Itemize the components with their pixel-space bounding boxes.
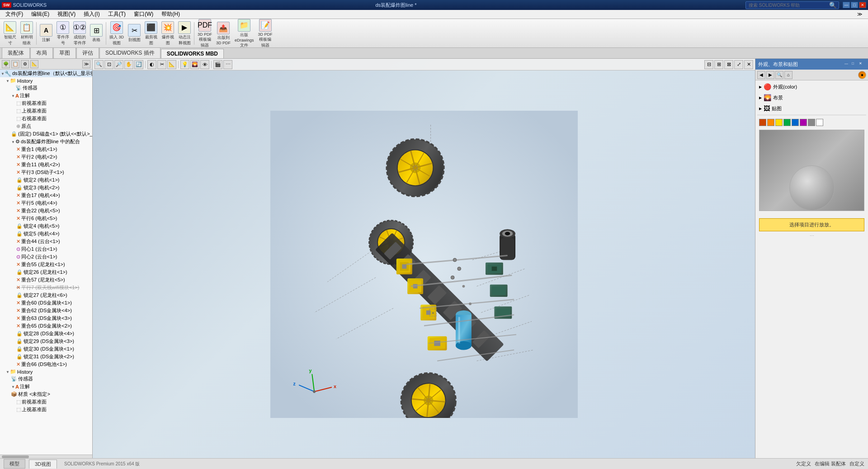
tab-assembly[interactable]: 装配体	[2, 47, 30, 58]
tree-mate-coincident55[interactable]: ✕ 重合55 (尼龙柱<1>)	[0, 261, 92, 268]
menu-insert[interactable]: 插入(I)	[80, 9, 103, 19]
tab-solidworks-plugins[interactable]: SOLIDWORKS 插件	[99, 47, 160, 58]
property-manager-btn[interactable]: 📋	[11, 60, 19, 68]
menu-file[interactable]: 文件(F)	[2, 9, 27, 19]
rp-home-btn[interactable]: ⌂	[784, 71, 793, 79]
tree-mate-lock30[interactable]: 🔒 锁定30 (DS金属块<1>)	[0, 345, 92, 353]
vp-apply-scene[interactable]: 🌄	[190, 60, 199, 69]
scene-item[interactable]: ▶ 🌄 布景	[757, 93, 866, 102]
color-swatch-yellow[interactable]	[775, 119, 783, 126]
tree-mate-lock28[interactable]: 🔒 锁定28 (DS金属块<4>)	[0, 330, 92, 338]
color-swatch-gray[interactable]	[808, 119, 815, 126]
expand-indicator[interactable]: ⋯	[757, 233, 866, 238]
vp-realview[interactable]: 👁	[200, 60, 209, 69]
tool-insert-3dview[interactable]: 🎯 插入 3D视图	[108, 20, 126, 47]
status-tab-model[interactable]: 模型	[4, 459, 25, 469]
tree-sensor-2[interactable]: 📡 传感器	[0, 375, 92, 383]
vp-split-four[interactable]: ⊠	[724, 60, 733, 69]
tree-root[interactable]: 🔧 ds装配爆炸图line（默认<默认_显示状	[0, 70, 92, 77]
tree-material[interactable]: 📦 材质 <未指定>	[0, 390, 92, 398]
tree-mate-lock4[interactable]: 🔒 锁定4 (电机<5>)	[0, 222, 92, 230]
tree-mate-coincident60[interactable]: ✕ 重合60 (DS金属块<1>)	[0, 299, 92, 307]
annotation-2-expand[interactable]	[11, 385, 15, 389]
config-manager-btn[interactable]: ⚙	[21, 60, 29, 68]
tree-mate-lock2[interactable]: 🔒 锁定2 (电机<1>)	[0, 176, 92, 184]
tree-hscrollbar[interactable]	[0, 455, 92, 458]
expand-tree-btn[interactable]: ≫	[82, 60, 90, 68]
vp-pan[interactable]: ✋	[124, 60, 133, 69]
tool-table[interactable]: ⊞ 表格	[88, 23, 104, 44]
search-input[interactable]	[746, 2, 827, 9]
tree-mate-coincident11[interactable]: ✕ 重合11 (电机<2>)	[0, 161, 92, 169]
tool-publish-edrawings[interactable]: 📁 出版eDrawings文件	[233, 18, 256, 49]
tree-mate-coincident63[interactable]: ✕ 重合63 (DS金属块<3>)	[0, 314, 92, 322]
menu-view[interactable]: 视图(V)	[54, 9, 79, 19]
rp-search-btn[interactable]: 🔍	[775, 71, 783, 79]
vp-zoom-in[interactable]: 🔍	[94, 60, 104, 69]
vp-zoom-fit[interactable]: ⊡	[104, 60, 113, 69]
menu-edit[interactable]: 编辑(E)	[28, 9, 53, 19]
history-2-expand[interactable]	[5, 370, 10, 374]
tree-mate-coincident17[interactable]: ✕ 重合17 (电机<4>)	[0, 192, 92, 199]
tool-publish-3dpdf[interactable]: 📤 出版到3D PDF	[214, 21, 232, 46]
tab-evaluate[interactable]: 评估	[76, 47, 99, 58]
color-swatch-orange[interactable]	[767, 119, 774, 126]
tree-history-2[interactable]: 📁 History	[0, 368, 92, 375]
tool-3dpdf-template[interactable]: PDF 3D PDF模板编辑器	[196, 18, 214, 49]
status-tab-3dview[interactable]: 3D视图	[29, 460, 57, 469]
tree-mate-coincident62[interactable]: ✕ 重合62 (DS金属块<4>)	[0, 307, 92, 314]
tree-mate-lock31[interactable]: 🔒 锁定31 (DS金属块<2>)	[0, 353, 92, 361]
close-button[interactable]: ✕	[859, 2, 866, 8]
tree-mate-parallel6[interactable]: ✕ 平行6 (电机<5>)	[0, 215, 92, 222]
tree-mate-parallel3[interactable]: ✕ 平行3 (DS幼子<1>)	[0, 169, 92, 176]
right-panel-close[interactable]: ✕	[859, 61, 865, 67]
tab-sketch[interactable]: 草图	[53, 47, 76, 58]
right-panel-restore[interactable]: □	[852, 61, 858, 67]
appearance-item[interactable]: ▶ 🔴 外观(color)	[757, 82, 866, 91]
tool-section-view[interactable]: ✂ 剖视图	[126, 23, 142, 44]
root-expand-icon[interactable]	[1, 71, 5, 76]
color-swatch-green[interactable]	[783, 119, 791, 126]
tree-fixed-disk[interactable]: 🔒 (固定) DS磁盘<1> (默认<<默认>_显	[0, 130, 92, 138]
tree-mates-group[interactable]: ⚙ ds装配爆炸图line 中的配合	[0, 138, 92, 145]
rp-back-btn[interactable]: ◀	[757, 71, 765, 79]
tree-top-plane[interactable]: ⬚ 上视基准面	[0, 107, 92, 115]
tree-mate-coincident1[interactable]: ✕ 重合1 (电机<1>)	[0, 145, 92, 153]
feature-manager-btn[interactable]: 🌳	[2, 60, 10, 68]
search-button[interactable]: 🔍	[827, 2, 839, 9]
tree-right-plane[interactable]: ⬚ 右视基准面	[0, 115, 92, 122]
tree-annotation-1[interactable]: A 注解	[0, 92, 92, 99]
color-swatch-white[interactable]	[816, 119, 823, 126]
vp-split-vert[interactable]: ⊞	[714, 60, 723, 69]
tree-origin[interactable]: ⊕ 原点	[0, 122, 92, 130]
menu-window[interactable]: 窗口(W)	[130, 9, 157, 19]
tree-mate-lock3[interactable]: 🔒 锁定3 (电机<2>)	[0, 184, 92, 192]
tool-explode-view[interactable]: 💥 爆炸视图	[160, 20, 176, 47]
tree-mate-parallel7[interactable]: ✕ 平行7 (双天线wifi模块<1>)	[0, 284, 92, 291]
tree-mate-parallel5[interactable]: ✕ 平行5 (电机<4>)	[0, 199, 92, 207]
tree-mate-coincident44[interactable]: ✕ 重合44 (云台<1>)	[0, 238, 92, 245]
color-swatch-blue[interactable]	[792, 119, 799, 126]
tool-dynamic-annotation[interactable]: ▶ 动态注释视图	[176, 20, 193, 47]
tab-solidworks-mbd[interactable]: SOLIDWORKS MBD	[161, 49, 224, 58]
tree-mate-coincident22[interactable]: ✕ 重合22 (电机<5>)	[0, 207, 92, 215]
color-swatch-purple[interactable]	[800, 119, 807, 126]
tool-3dpdf-editor2[interactable]: 📝 3D PDF模板编辑器	[256, 18, 274, 49]
tree-mate-lock26[interactable]: 🔒 锁定26 (尼龙柱<1>)	[0, 268, 92, 276]
vp-more[interactable]: ⋯	[223, 60, 232, 69]
history-1-expand[interactable]	[5, 79, 10, 83]
dim-expert-btn[interactable]: 📐	[30, 60, 38, 68]
decal-item[interactable]: ▶ 🖼 贴图	[757, 104, 866, 113]
tree-front-plane-2[interactable]: ⬚ 前视基准面	[0, 398, 92, 406]
tree-mate-concentric2[interactable]: ⊙ 同心2 (云台<1>)	[0, 253, 92, 261]
tool-bom[interactable]: 📋 材料明细表	[19, 20, 35, 47]
minimize-button[interactable]: —	[843, 2, 850, 8]
color-swatch-red[interactable]	[759, 119, 766, 126]
tree-history-1[interactable]: 📁 History	[0, 77, 92, 84]
vp-display-style[interactable]: ◐	[147, 60, 156, 69]
tool-balloon-group[interactable]: ①② 成组的零件序	[71, 20, 88, 47]
vp-zoom-area[interactable]: 🔎	[114, 60, 123, 69]
mates-expand[interactable]	[11, 140, 15, 144]
menu-tools[interactable]: 工具(T)	[104, 9, 129, 19]
tool-crop-view[interactable]: ⬛ 裁剪视图	[143, 20, 159, 47]
